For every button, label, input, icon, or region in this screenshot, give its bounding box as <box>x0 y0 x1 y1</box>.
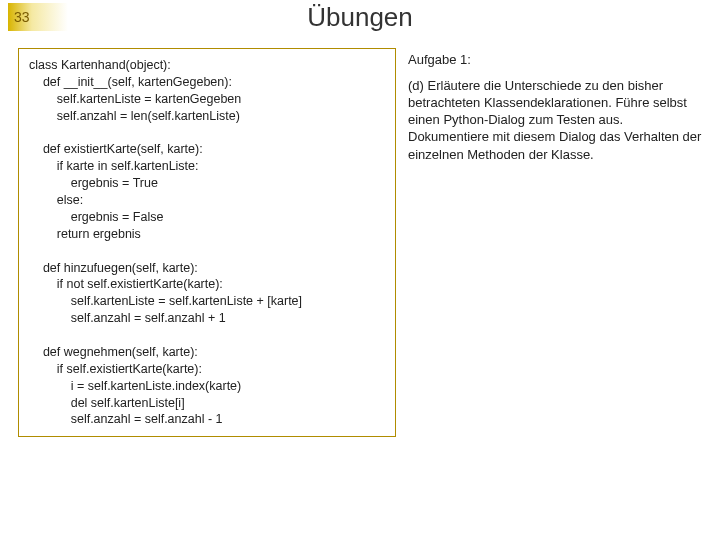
code-line: ergebnis = False <box>29 209 385 226</box>
task-label: Aufgabe 1: <box>408 52 702 67</box>
code-line: if self.existiertKarte(karte): <box>29 361 385 378</box>
code-line: self.kartenListe = kartenGegeben <box>29 91 385 108</box>
slide-content: class Kartenhand(object): def __init__(s… <box>0 40 720 447</box>
code-line: if not self.existiertKarte(karte): <box>29 276 385 293</box>
code-line <box>29 125 385 142</box>
slide-header: 33 Übungen <box>0 0 720 40</box>
code-listing: class Kartenhand(object): def __init__(s… <box>18 48 396 437</box>
code-line: if karte in self.kartenListe: <box>29 158 385 175</box>
code-line: def hinzufuegen(self, karte): <box>29 260 385 277</box>
task-panel: Aufgabe 1: (d) Erläutere die Unterschied… <box>408 48 702 437</box>
code-line: class Kartenhand(object): <box>29 57 385 74</box>
slide-title: Übungen <box>0 2 720 33</box>
code-line: self.anzahl = self.anzahl + 1 <box>29 310 385 327</box>
code-line <box>29 243 385 260</box>
code-line: self.kartenListe = self.kartenListe + [k… <box>29 293 385 310</box>
code-line: self.anzahl = self.anzahl - 1 <box>29 411 385 428</box>
code-line <box>29 327 385 344</box>
code-line: i = self.kartenListe.index(karte) <box>29 378 385 395</box>
code-line: return ergebnis <box>29 226 385 243</box>
code-line: else: <box>29 192 385 209</box>
code-line: def existiertKarte(self, karte): <box>29 141 385 158</box>
task-text: (d) Erläutere die Unterschiede zu den bi… <box>408 77 702 163</box>
code-line: def __init__(self, kartenGegeben): <box>29 74 385 91</box>
code-line: del self.kartenListe[i] <box>29 395 385 412</box>
code-line: def wegnehmen(self, karte): <box>29 344 385 361</box>
code-line: ergebnis = True <box>29 175 385 192</box>
code-line: self.anzahl = len(self.kartenListe) <box>29 108 385 125</box>
